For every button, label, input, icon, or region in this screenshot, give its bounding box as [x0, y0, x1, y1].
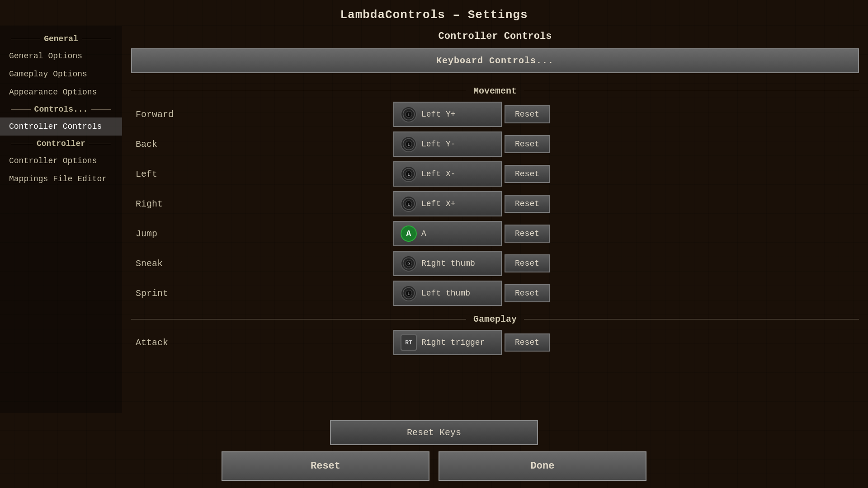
keyboard-controls-button[interactable]: Keyboard Controls...	[131, 48, 859, 73]
binding-name: Left	[131, 169, 393, 179]
binding-key-label: Right trigger	[421, 338, 485, 347]
svg-text:L: L	[407, 173, 410, 177]
left-stick-icon: L	[401, 196, 417, 212]
gameplay-bindings-list: Attack RT Right trigger Reset	[131, 328, 859, 358]
controller-controls-heading: Controller Controls	[131, 31, 859, 42]
rt-button-icon: RT	[401, 334, 417, 351]
binding-row: Right L Left X+ Reset	[131, 189, 859, 218]
movement-bindings-list: Forward L Left Y+ Reset Back	[131, 100, 859, 309]
binding-key-button[interactable]: L Left X+	[393, 191, 502, 216]
sidebar-item-mappings-file-editor[interactable]: Mappings File Editor	[0, 170, 122, 188]
content-area: Controller Controls Keyboard Controls...…	[122, 26, 868, 413]
binding-control: RT Right trigger Reset	[393, 330, 550, 355]
bottom-action-row: Reset Done	[222, 451, 646, 481]
binding-reset-button[interactable]: Reset	[505, 165, 550, 183]
left-stick-icon: L	[401, 285, 417, 301]
binding-name: Sneak	[131, 258, 393, 269]
binding-reset-button[interactable]: Reset	[505, 284, 550, 302]
binding-reset-button[interactable]: Reset	[505, 135, 550, 153]
binding-row: Jump A A Reset	[131, 219, 859, 248]
a-button-icon: A	[401, 225, 417, 242]
binding-key-label: Right thumb	[421, 259, 475, 268]
binding-key-label: Left Y-	[421, 140, 456, 149]
sidebar-general-header: General	[0, 31, 122, 47]
binding-row: Sprint L Left thumb Reset	[131, 279, 859, 308]
movement-divider: Movement	[131, 86, 859, 96]
binding-name: Attack	[131, 338, 393, 348]
binding-row: Left L Left X- Reset	[131, 160, 859, 188]
page-title: LambdaControls – Settings	[0, 0, 868, 26]
done-button[interactable]: Done	[439, 451, 646, 481]
sidebar-item-appearance-options[interactable]: Appearance Options	[0, 83, 122, 101]
sidebar-controller-header: Controller	[0, 136, 122, 152]
binding-key-label: Left Y+	[421, 110, 456, 119]
binding-control: L Left thumb Reset	[393, 281, 550, 306]
binding-reset-button[interactable]: Reset	[505, 195, 550, 213]
binding-row: Forward L Left Y+ Reset	[131, 100, 859, 129]
binding-key-label: Left X-	[421, 169, 456, 178]
gameplay-divider: Gameplay	[131, 314, 859, 324]
svg-text:R: R	[407, 262, 410, 267]
binding-reset-button[interactable]: Reset	[505, 254, 550, 272]
binding-row: Back L Left Y- Reset	[131, 130, 859, 159]
sidebar-item-general-options[interactable]: General Options	[0, 47, 122, 65]
binding-key-label: A	[421, 229, 426, 238]
sidebar-item-gameplay-options[interactable]: Gameplay Options	[0, 65, 122, 83]
binding-key-button[interactable]: L Left thumb	[393, 281, 502, 306]
svg-text:L: L	[407, 143, 410, 147]
binding-control: L Left X+ Reset	[393, 191, 550, 216]
sidebar-item-controller-controls[interactable]: Controller Controls	[0, 117, 122, 136]
bottom-controls: Reset Keys Reset Done	[0, 413, 868, 488]
gameplay-label: Gameplay	[466, 314, 524, 324]
reset-keys-button[interactable]: Reset Keys	[330, 420, 538, 445]
binding-key-button[interactable]: L Left Y-	[393, 131, 502, 157]
binding-control: L Left Y+ Reset	[393, 102, 550, 127]
left-stick-icon: L	[401, 136, 417, 152]
svg-text:L: L	[407, 202, 410, 207]
binding-row: Attack RT Right trigger Reset	[131, 328, 859, 357]
binding-reset-button[interactable]: Reset	[505, 225, 550, 243]
binding-control: R Right thumb Reset	[393, 251, 550, 276]
binding-key-button[interactable]: RT Right trigger	[393, 330, 502, 355]
binding-key-label: Left X+	[421, 199, 456, 208]
binding-control: L Left Y- Reset	[393, 131, 550, 157]
binding-key-button[interactable]: R Right thumb	[393, 251, 502, 276]
sidebar-item-controller-options[interactable]: Controller Options	[0, 152, 122, 170]
right-stick-icon: R	[401, 255, 417, 272]
binding-key-label: Left thumb	[421, 289, 470, 298]
binding-key-button[interactable]: A A	[393, 221, 502, 246]
binding-reset-button[interactable]: Reset	[505, 333, 550, 352]
binding-key-button[interactable]: L Left Y+	[393, 102, 502, 127]
movement-label: Movement	[466, 86, 524, 96]
sidebar-controls-header: Controls...	[0, 101, 122, 117]
left-stick-icon: L	[401, 106, 417, 122]
binding-name: Right	[131, 199, 393, 209]
binding-row: Sneak R Right thumb Reset	[131, 249, 859, 278]
binding-key-button[interactable]: L Left X-	[393, 161, 502, 187]
binding-name: Back	[131, 139, 393, 150]
reset-button[interactable]: Reset	[222, 451, 429, 481]
binding-reset-button[interactable]: Reset	[505, 105, 550, 123]
sidebar: General General Options Gameplay Options…	[0, 26, 122, 413]
svg-text:L: L	[407, 113, 410, 117]
left-stick-icon: L	[401, 166, 417, 182]
svg-text:L: L	[407, 292, 410, 296]
binding-control: A A Reset	[393, 221, 550, 246]
binding-name: Sprint	[131, 288, 393, 299]
binding-name: Forward	[131, 109, 393, 120]
binding-control: L Left X- Reset	[393, 161, 550, 187]
binding-name: Jump	[131, 229, 393, 239]
